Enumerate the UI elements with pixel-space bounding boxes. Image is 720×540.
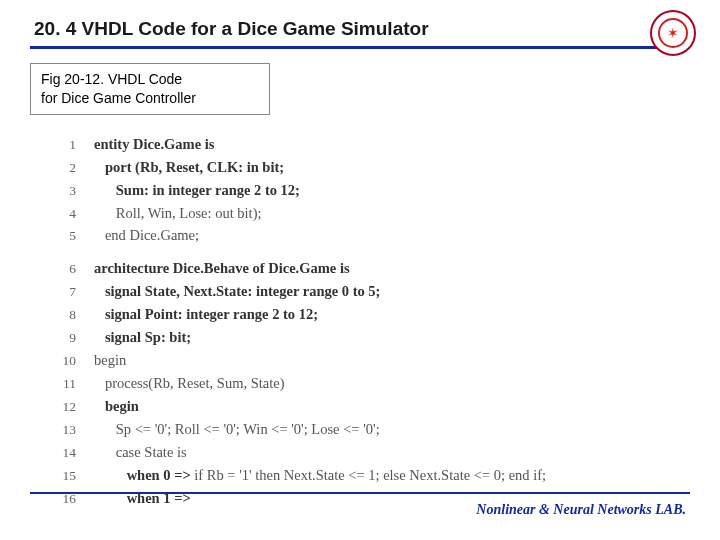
emblem-icon: ✶ [667, 25, 679, 41]
code-listing: 1entity Dice.Game is2 port (Rb, Reset, C… [30, 133, 690, 510]
line-number: 12 [60, 397, 94, 418]
slide: 20. 4 VHDL Code for a Dice Game Simulato… [0, 0, 720, 540]
code-text: when 1 => [94, 487, 191, 509]
line-number: 13 [60, 420, 94, 441]
code-line: 5 end Dice.Game; [60, 224, 690, 247]
title-underline [30, 46, 690, 49]
code-text: signal Point: integer range 2 to 12; [94, 303, 318, 325]
code-text: Sp <= '0'; Roll <= '0'; Win <= '0'; Lose… [94, 418, 380, 440]
code-text: architecture Dice.Behave of Dice.Game is [94, 257, 350, 279]
code-line: 8 signal Point: integer range 2 to 12; [60, 303, 690, 326]
code-text: Roll, Win, Lose: out bit); [94, 202, 262, 224]
code-line: 4 Roll, Win, Lose: out bit); [60, 202, 690, 225]
line-number: 8 [60, 305, 94, 326]
code-line: 1entity Dice.Game is [60, 133, 690, 156]
line-number: 9 [60, 328, 94, 349]
code-line: 13 Sp <= '0'; Roll <= '0'; Win <= '0'; L… [60, 418, 690, 441]
line-number: 10 [60, 351, 94, 372]
code-line: 12 begin [60, 395, 690, 418]
code-text: begin [94, 395, 139, 417]
code-text: entity Dice.Game is [94, 133, 214, 155]
line-number: 7 [60, 282, 94, 303]
line-number: 6 [60, 259, 94, 280]
code-line: 14 case State is [60, 441, 690, 464]
footer-divider [30, 492, 690, 494]
line-number: 2 [60, 158, 94, 179]
code-text: end Dice.Game; [94, 224, 199, 246]
university-logo: ✶ [650, 10, 696, 56]
code-text: process(Rb, Reset, Sum, State) [94, 372, 285, 394]
figure-caption-line2: for Dice Game Controller [41, 89, 259, 108]
code-text: begin [94, 349, 126, 371]
code-line: 6architecture Dice.Behave of Dice.Game i… [60, 257, 690, 280]
code-text: signal Sp: bit; [94, 326, 191, 348]
code-line: 2 port (Rb, Reset, CLK: in bit; [60, 156, 690, 179]
line-number: 3 [60, 181, 94, 202]
line-number: 4 [60, 204, 94, 225]
code-line: 11 process(Rb, Reset, Sum, State) [60, 372, 690, 395]
line-number: 11 [60, 374, 94, 395]
figure-caption-line1: Fig 20-12. VHDL Code [41, 70, 259, 89]
code-line: 10begin [60, 349, 690, 372]
code-line: 7 signal State, Next.State: integer rang… [60, 280, 690, 303]
line-number: 1 [60, 135, 94, 156]
code-line: 9 signal Sp: bit; [60, 326, 690, 349]
line-number: 15 [60, 466, 94, 487]
code-line: 15 when 0 => if Rb = '1' then Next.State… [60, 464, 690, 487]
logo-ring: ✶ [650, 10, 696, 56]
logo-inner: ✶ [658, 18, 688, 48]
code-text: signal State, Next.State: integer range … [94, 280, 380, 302]
footer-lab-name: Nonlinear & Neural Networks LAB. [476, 502, 686, 518]
line-number: 14 [60, 443, 94, 464]
code-text: port (Rb, Reset, CLK: in bit; [94, 156, 284, 178]
page-title: 20. 4 VHDL Code for a Dice Game Simulato… [30, 18, 429, 40]
code-text: Sum: in integer range 2 to 12; [94, 179, 300, 201]
header: 20. 4 VHDL Code for a Dice Game Simulato… [30, 18, 690, 44]
figure-caption-box: Fig 20-12. VHDL Code for Dice Game Contr… [30, 63, 270, 115]
code-text: when 0 => if Rb = '1' then Next.State <=… [94, 464, 546, 486]
code-line: 3 Sum: in integer range 2 to 12; [60, 179, 690, 202]
code-text: case State is [94, 441, 187, 463]
line-number: 5 [60, 226, 94, 247]
